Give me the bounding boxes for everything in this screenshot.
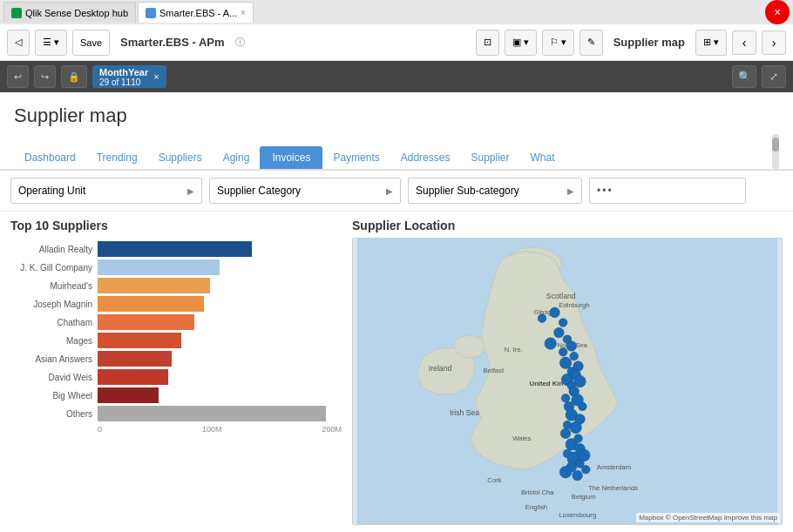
next-icon: › bbox=[772, 36, 776, 50]
tab-trending[interactable]: Trending bbox=[86, 146, 148, 169]
tab-aging[interactable]: Aging bbox=[213, 146, 261, 169]
map-attribution: Mapbox © OpenStreetMap Improve this map bbox=[636, 513, 780, 522]
grid-arrow: ▾ bbox=[714, 37, 719, 48]
supplier-category-dropdown[interactable]: Supplier Category ▶ bbox=[209, 178, 401, 204]
bar-container bbox=[98, 314, 342, 330]
svg-point-52 bbox=[559, 466, 572, 478]
main-content: Supplier map Dashboard Trending Supplier… bbox=[0, 92, 793, 532]
operating-unit-dropdown[interactable]: Operating Unit ▶ bbox=[10, 178, 202, 204]
tab-supplier[interactable]: Supplier bbox=[460, 146, 519, 169]
redo-button[interactable]: ↪ bbox=[34, 65, 56, 88]
bar-label: Mages bbox=[10, 336, 98, 346]
bar-label: J. K. Gill Company bbox=[10, 263, 98, 273]
bar-row: Asian Answers bbox=[10, 351, 342, 367]
chip-close-icon[interactable]: × bbox=[153, 71, 159, 82]
grid-icon: ⊞ bbox=[703, 37, 711, 48]
bookmark-icon: ⚐ bbox=[550, 37, 559, 48]
bar bbox=[98, 241, 252, 257]
map-title: Supplier Location bbox=[352, 219, 783, 232]
bar bbox=[98, 351, 172, 367]
supplier-category-label: Supplier Category bbox=[217, 185, 301, 197]
operating-unit-label: Operating Unit bbox=[18, 185, 85, 197]
tab-dashboard[interactable]: Dashboard bbox=[14, 146, 86, 169]
bar-row: Alladin Realty bbox=[10, 241, 342, 257]
bar-row: David Weis bbox=[10, 369, 342, 385]
selection-expand-button[interactable]: ⤢ bbox=[762, 65, 786, 88]
supplier-subcategory-dropdown[interactable]: Supplier Sub-category ▶ bbox=[408, 178, 582, 204]
tab-qlik[interactable]: Qlik Sense Desktop hub bbox=[3, 2, 136, 23]
charts-area: Top 10 Suppliers Alladin RealtyJ. K. Gil… bbox=[0, 212, 793, 532]
info-icon[interactable]: ⓘ bbox=[235, 36, 245, 49]
tab-payments[interactable]: Payments bbox=[322, 146, 390, 169]
toolbar-right: ⊡ ▣ ▾ ⚐ ▾ ✎ Supplier map ⊞ ▾ ‹ › bbox=[476, 30, 786, 56]
grid-button[interactable]: ⊞ ▾ bbox=[695, 30, 727, 56]
bar bbox=[98, 314, 194, 330]
chip-value: 29 of 1110 bbox=[99, 77, 148, 87]
tab-what[interactable]: What bbox=[520, 146, 566, 169]
monitor-button[interactable]: ▣ ▾ bbox=[505, 30, 537, 56]
svg-text:Belgium: Belgium bbox=[572, 493, 596, 501]
supplier-subcategory-label: Supplier Sub-category bbox=[416, 185, 519, 197]
nav-menu-button[interactable]: ☰ ▾ bbox=[35, 30, 67, 56]
map-container[interactable]: Scotland North Sea Ireland Irish Sea Uni… bbox=[352, 238, 783, 525]
selection-chip[interactable]: MonthYear 29 of 1110 × bbox=[92, 65, 166, 88]
monitor-arrow: ▾ bbox=[524, 37, 529, 48]
more-dots: ••• bbox=[597, 185, 613, 197]
back-button[interactable]: ◁ bbox=[7, 30, 30, 56]
map-label: Supplier map bbox=[608, 36, 690, 49]
camera-icon: ⊡ bbox=[484, 37, 491, 48]
lock-button[interactable]: 🔒 bbox=[61, 65, 87, 88]
bar-label: Big Wheel bbox=[10, 391, 98, 401]
svg-point-25 bbox=[566, 341, 577, 352]
browser-tab-bar: Qlik Sense Desktop hub Smarter.EBS - A..… bbox=[0, 0, 793, 24]
svg-text:The Netherlands: The Netherlands bbox=[588, 484, 638, 492]
pencil-button[interactable]: ✎ bbox=[580, 30, 603, 56]
bar-chart-title: Top 10 Suppliers bbox=[10, 219, 342, 232]
svg-text:Belfast: Belfast bbox=[484, 367, 505, 374]
svg-point-27 bbox=[570, 352, 579, 360]
supplier-category-arrow: ▶ bbox=[386, 186, 393, 196]
svg-point-42 bbox=[570, 421, 582, 434]
tab-smarter[interactable]: Smarter.EBS - A... × bbox=[138, 2, 254, 23]
save-button[interactable]: Save bbox=[72, 30, 110, 56]
svg-point-21 bbox=[554, 327, 565, 338]
tabs-scrollbar[interactable] bbox=[772, 134, 779, 169]
bar bbox=[98, 296, 204, 312]
bar-label: Chatham bbox=[10, 318, 98, 327]
chip-title: MonthYear bbox=[99, 67, 148, 77]
svg-text:Bristol Cha: Bristol Cha bbox=[521, 488, 554, 496]
lock-icon: 🔒 bbox=[68, 71, 80, 83]
bookmark-button[interactable]: ⚐ ▾ bbox=[542, 30, 574, 56]
bar-container bbox=[98, 369, 342, 385]
prev-button[interactable]: ‹ bbox=[732, 30, 756, 55]
camera-button[interactable]: ⊡ bbox=[476, 30, 499, 56]
tab-close-icon[interactable]: × bbox=[241, 8, 246, 17]
bar-container bbox=[98, 406, 342, 421]
prev-icon: ‹ bbox=[742, 36, 747, 50]
x-axis-100m: 100M bbox=[202, 425, 222, 434]
bar-label: Asian Answers bbox=[10, 354, 98, 364]
svg-point-43 bbox=[560, 428, 571, 439]
svg-point-35 bbox=[561, 394, 570, 402]
monitor-icon: ▣ bbox=[512, 37, 521, 48]
bar-label: Alladin Realty bbox=[10, 245, 98, 254]
svg-point-24 bbox=[559, 347, 567, 356]
browser-close-button[interactable]: × bbox=[765, 0, 790, 24]
redo-icon: ↪ bbox=[41, 71, 49, 83]
filter-row: Operating Unit ▶ Supplier Category ▶ Sup… bbox=[0, 171, 793, 212]
tab-addresses[interactable]: Addresses bbox=[390, 146, 461, 169]
svg-text:Wales: Wales bbox=[512, 434, 531, 442]
next-button[interactable]: › bbox=[762, 30, 786, 55]
bar-row: Muirhead's bbox=[10, 278, 342, 293]
tab-suppliers[interactable]: Suppliers bbox=[148, 146, 213, 169]
toolbar: ◁ ☰ ▾ Save Smarter.EBS - APm ⓘ ⊡ ▣ ▾ ⚐ ▾… bbox=[0, 24, 793, 61]
bar-chart: Alladin RealtyJ. K. Gill CompanyMuirhead… bbox=[10, 241, 342, 421]
undo-button[interactable]: ↩ bbox=[7, 65, 29, 88]
pencil-icon: ✎ bbox=[587, 37, 595, 48]
more-dropdown[interactable]: ••• bbox=[589, 178, 746, 204]
tab-invoices[interactable]: Invoices bbox=[260, 146, 322, 169]
selection-search-button[interactable]: 🔍 bbox=[732, 65, 756, 88]
bar-container bbox=[98, 278, 342, 293]
svg-text:United Kin: United Kin bbox=[530, 380, 564, 387]
bar-container bbox=[98, 296, 342, 312]
